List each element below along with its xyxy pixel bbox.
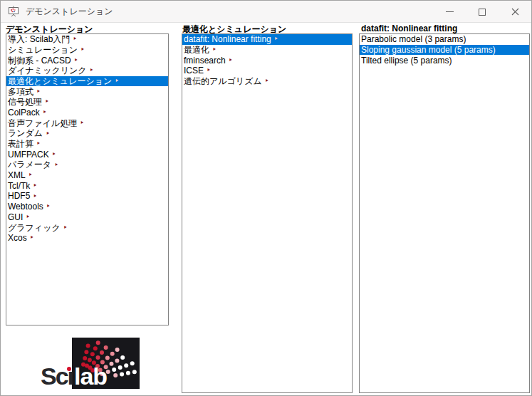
submenu-arrow-icon: ‣ — [63, 224, 68, 231]
list-item[interactable]: シミュレーション‣ — [6, 45, 168, 56]
list-item[interactable]: GUI‣ — [6, 212, 168, 223]
list-item-label: datafit: Nonlinear fitting — [184, 34, 271, 44]
list-item-label: fminsearch — [184, 56, 226, 66]
list-item[interactable]: Xcos‣ — [6, 233, 168, 244]
list-item[interactable]: HDF5‣ — [6, 191, 168, 202]
list-item[interactable]: fminsearch‣ — [182, 55, 352, 66]
list-item-label: 信号処理 — [8, 97, 42, 107]
list-item[interactable]: 導入: Scilab入門‣ — [6, 34, 168, 45]
submenu-arrow-icon: ‣ — [274, 36, 278, 43]
list-item-label: Tcl/Tk — [8, 181, 30, 191]
minimize-icon — [446, 11, 454, 12]
list-item-label: グラフィック — [8, 223, 61, 233]
list-item[interactable]: Parabolic model (3 params) — [360, 34, 529, 45]
demonstrations-listbox: 導入: Scilab入門‣シミュレーション‣制御系 - CACSD‣ダイナミック… — [6, 33, 169, 325]
list-item-label: 制御系 - CACSD — [8, 56, 71, 66]
submenu-arrow-icon: ‣ — [46, 203, 51, 210]
list-item[interactable]: ICSE‣ — [182, 66, 352, 76]
submenu-arrow-icon: ‣ — [207, 67, 211, 74]
list-item[interactable]: 多項式‣ — [6, 86, 168, 97]
title-bar: デモンストレーション — [1, 1, 531, 23]
submenu-arrow-icon: ‣ — [36, 88, 41, 95]
submenu-arrow-icon: ‣ — [80, 120, 84, 127]
submenu-arrow-icon: ‣ — [36, 140, 41, 147]
scilab-logo-i-dot — [67, 367, 71, 371]
close-icon — [511, 8, 519, 16]
list-item[interactable]: 信号処理‣ — [6, 97, 168, 108]
presentation-screen-icon — [8, 6, 19, 17]
submenu-arrow-icon: ‣ — [265, 78, 269, 85]
list-item-label: シミュレーション — [8, 45, 78, 55]
maximize-icon — [479, 9, 486, 16]
list-item[interactable]: 表計算‣ — [6, 139, 168, 150]
list-item[interactable]: Tcl/Tk‣ — [6, 181, 168, 192]
list-item[interactable]: ColPack‣ — [6, 108, 168, 118]
submenu-arrow-icon: ‣ — [26, 214, 30, 221]
submenu-arrow-icon: ‣ — [52, 151, 56, 158]
list-item[interactable]: 遺伝的アルゴリズム‣ — [182, 76, 352, 87]
submenu-arrow-icon: ‣ — [212, 46, 217, 53]
list-item-label: UMFPACK — [8, 150, 49, 160]
demonstrations-window: デモンストレーション デモンストレーション 最適化とシミュレーション dataf… — [0, 0, 532, 396]
submenu-arrow-icon: ‣ — [90, 67, 94, 74]
column-header-datafit: datafit: Nonlinear fitting — [361, 24, 457, 33]
list-item[interactable]: 音声ファイル処理‣ — [6, 118, 168, 129]
list-item[interactable]: UMFPACK‣ — [6, 150, 168, 160]
list-item[interactable]: パラメータ‣ — [6, 160, 168, 170]
list-item[interactable]: 制御系 - CACSD‣ — [6, 55, 168, 66]
submenu-arrow-icon: ‣ — [229, 57, 233, 64]
list-item-label: 導入: Scilab入門 — [8, 34, 70, 44]
submenu-arrow-icon: ‣ — [33, 193, 37, 200]
submenu-arrow-icon: ‣ — [30, 234, 34, 241]
submenu-arrow-icon: ‣ — [45, 98, 49, 105]
list-item-label: ランダム — [8, 128, 43, 138]
submenu-arrow-icon: ‣ — [33, 182, 37, 189]
maximize-button[interactable] — [466, 1, 499, 23]
list-item-label: Sloping gaussian model (5 params) — [361, 45, 496, 55]
window-controls — [433, 1, 531, 23]
list-item-label: ダイナミックリンク — [8, 66, 87, 75]
list-item-label: Xcos — [8, 233, 27, 243]
list-item[interactable]: Tilted ellipse (5 params) — [360, 55, 529, 66]
list-item-label: Webtools — [8, 202, 43, 212]
list-item-label: 表計算 — [8, 139, 33, 149]
list-item-label: ICSE — [184, 66, 204, 75]
window-title: デモンストレーション — [26, 6, 113, 18]
submenu-arrow-icon: ‣ — [54, 162, 58, 169]
list-item[interactable]: ランダム‣ — [6, 128, 168, 139]
list-item-label: Tilted ellipse (5 params) — [361, 56, 452, 66]
list-item[interactable]: グラフィック‣ — [6, 222, 168, 233]
submenu-arrow-icon: ‣ — [80, 46, 85, 53]
list-item-label: ColPack — [8, 108, 40, 118]
list-item-label: XML — [8, 170, 26, 180]
list-item-label: 最適化とシミュレーション — [8, 76, 112, 86]
list-item-label: パラメータ — [8, 160, 51, 170]
list-item-label: 遺伝的アルゴリズム — [184, 76, 262, 86]
datafit-listbox: Parabolic model (3 params)Sloping gaussi… — [359, 33, 530, 393]
list-item-label: GUI — [8, 212, 23, 222]
submenu-arrow-icon: ‣ — [115, 78, 119, 85]
scilab-logo-text-lab: lab — [74, 364, 107, 388]
submenu-arrow-icon: ‣ — [46, 130, 50, 137]
list-item-label: 音声ファイル処理 — [8, 118, 77, 128]
list-item[interactable]: Webtools‣ — [6, 202, 168, 212]
list-item[interactable]: ダイナミックリンク‣ — [6, 66, 168, 76]
close-button[interactable] — [499, 1, 531, 23]
list-item[interactable]: datafit: Nonlinear fitting‣ — [182, 34, 352, 45]
list-item-label: HDF5 — [8, 191, 30, 201]
scilab-logo: Scı lab — [41, 335, 155, 394]
list-item-label: 多項式 — [8, 87, 33, 97]
list-item[interactable]: 最適化‣ — [182, 45, 352, 56]
list-item-label: Parabolic model (3 params) — [361, 34, 466, 44]
submenu-arrow-icon: ‣ — [43, 109, 47, 116]
list-item[interactable]: Sloping gaussian model (5 params) — [360, 45, 529, 56]
submenu-arrow-icon: ‣ — [74, 57, 78, 64]
minimize-button[interactable] — [433, 1, 466, 23]
submenu-arrow-icon: ‣ — [73, 36, 77, 43]
list-item[interactable]: 最適化とシミュレーション‣ — [6, 76, 168, 87]
optimization-listbox: datafit: Nonlinear fitting‣最適化‣fminsearc… — [182, 33, 353, 393]
list-item[interactable]: XML‣ — [6, 170, 168, 181]
submenu-arrow-icon: ‣ — [28, 172, 33, 179]
list-item-label: 最適化 — [184, 45, 209, 55]
